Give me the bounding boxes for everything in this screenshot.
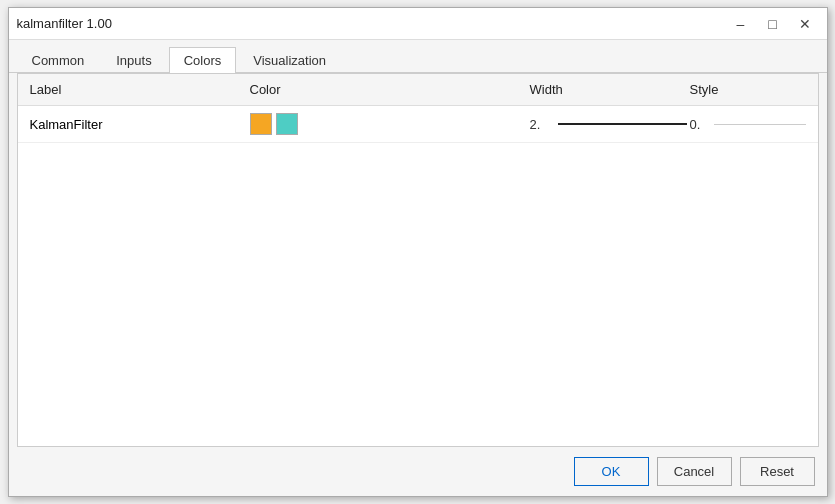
tab-common[interactable]: Common <box>17 47 100 73</box>
minimize-button[interactable]: – <box>727 13 755 35</box>
col-header-color: Color <box>246 78 526 101</box>
window-title: kalmanfilter 1.00 <box>17 16 112 31</box>
table-body: KalmanFilter 2. 0. <box>18 106 818 446</box>
col-header-width: Width <box>526 78 686 101</box>
color-swatch-2[interactable] <box>276 113 298 135</box>
cell-label: KalmanFilter <box>26 114 246 135</box>
style-value: 0. <box>690 117 710 132</box>
tab-inputs[interactable]: Inputs <box>101 47 166 73</box>
tab-colors[interactable]: Colors <box>169 47 237 73</box>
maximize-button[interactable]: □ <box>759 13 787 35</box>
style-control: 0. <box>690 117 806 132</box>
dialog-footer: OK Cancel Reset <box>9 447 827 496</box>
cell-width: 2. <box>526 114 686 135</box>
close-button[interactable]: ✕ <box>791 13 819 35</box>
cell-style: 0. <box>686 114 810 135</box>
width-slider[interactable] <box>558 123 687 125</box>
color-swatch-1[interactable] <box>250 113 272 135</box>
style-line <box>714 124 806 125</box>
cancel-button[interactable]: Cancel <box>657 457 732 486</box>
main-window: kalmanfilter 1.00 – □ ✕ Common Inputs Co… <box>8 7 828 497</box>
col-header-label: Label <box>26 78 246 101</box>
row-label: KalmanFilter <box>30 117 103 132</box>
window-controls: – □ ✕ <box>727 13 819 35</box>
table-row: KalmanFilter 2. 0. <box>18 106 818 143</box>
title-bar: kalmanfilter 1.00 – □ ✕ <box>9 8 827 40</box>
tab-bar: Common Inputs Colors Visualization <box>9 40 827 73</box>
width-control: 2. <box>530 117 682 132</box>
tab-content: Label Color Width Style KalmanFilter <box>17 73 819 447</box>
ok-button[interactable]: OK <box>574 457 649 486</box>
tab-visualization[interactable]: Visualization <box>238 47 341 73</box>
width-value: 2. <box>530 117 554 132</box>
cell-color <box>246 110 526 138</box>
table-header: Label Color Width Style <box>18 74 818 106</box>
col-header-style: Style <box>686 78 810 101</box>
reset-button[interactable]: Reset <box>740 457 815 486</box>
